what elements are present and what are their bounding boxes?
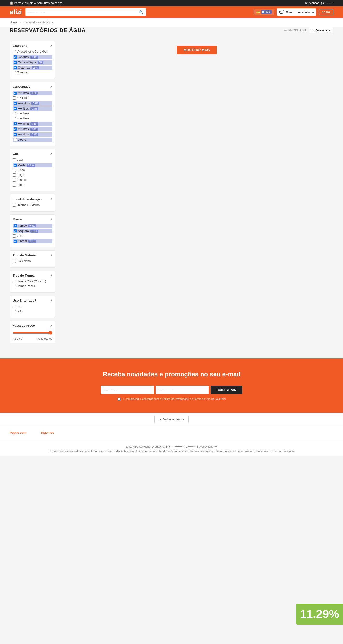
filter-cor-preto[interactable]: Preto (13, 183, 52, 187)
label-cap8[interactable]: •••• litros 0.9% (18, 133, 38, 136)
label-cap5[interactable]: •• •• litros (17, 116, 29, 120)
label-verde[interactable]: Verde 0.8% (18, 164, 35, 167)
label-tanques[interactable]: Tanques 0.8% (18, 56, 38, 59)
checkbox-cisternas[interactable] (14, 66, 17, 69)
newsletter-agree-checkbox[interactable] (117, 398, 121, 401)
checkbox-polietileno[interactable] (13, 260, 16, 263)
filter-item-highlighted[interactable]: Caixas d'água 8% (13, 60, 52, 64)
checkbox-cap4[interactable] (13, 112, 16, 115)
label-cap7[interactable]: •••• litros 0.8% (18, 128, 38, 131)
filter-marca-acqualia[interactable]: Acqualiã 0.3% (13, 229, 52, 233)
label-cap2[interactable]: ••••• litros 0.8% (18, 102, 39, 105)
filter-cor-bege[interactable]: Bege (13, 173, 52, 177)
checkbox-cap3[interactable] (14, 107, 17, 110)
label-fortlev[interactable]: Fortlev 0.0% (18, 224, 36, 228)
breadcrumb-home[interactable]: Home (10, 21, 17, 24)
checkbox-branco[interactable] (13, 178, 16, 182)
label-preto[interactable]: Preto (17, 183, 24, 187)
sort-button[interactable]: ≡ Relevância (309, 27, 333, 34)
price-slider[interactable] (13, 331, 52, 335)
checkbox-tampas[interactable] (13, 71, 16, 74)
checkbox-interno-externo[interactable] (13, 204, 16, 207)
filter-marca-fortlev[interactable]: Fortlev 0.0% (13, 224, 52, 228)
filter-item[interactable]: Tampas (13, 71, 52, 75)
filter-cap-9[interactable]: •••• litros 0.9% (13, 132, 52, 136)
filter-marca-fibrom[interactable]: Fibrom 0.0% (13, 239, 52, 243)
filter-cap-7[interactable]: •••• litros 0.8% (13, 122, 52, 126)
label-caixas[interactable]: Caixas d'água 8% (18, 61, 43, 64)
filter-cap-1[interactable]: •••• litros 08% (13, 91, 52, 95)
newsletter-submit-button[interactable]: CADASTRAR (211, 386, 242, 394)
label-fibrom[interactable]: Fibrom 0.0% (18, 240, 36, 243)
newsletter-name-input[interactable] (101, 386, 154, 394)
checkbox-cap1[interactable] (13, 96, 16, 100)
checkbox-cap6[interactable] (14, 122, 17, 125)
checkbox-cap0[interactable] (14, 92, 17, 95)
filter-cap-6[interactable]: •• •• litros (13, 116, 52, 120)
label-uso-nao[interactable]: Não (17, 310, 23, 314)
filter-local-item[interactable]: Interno e Externo (13, 203, 52, 207)
label-cinza[interactable]: Cinza (17, 168, 25, 172)
filter-uso-sim[interactable]: Sim (13, 305, 52, 309)
filter-cor-verde[interactable]: Verde 0.8% (13, 163, 52, 168)
checkbox-cap8[interactable] (14, 133, 17, 136)
checkbox-azul[interactable] (13, 158, 16, 162)
checkbox-tanques[interactable] (14, 56, 17, 58)
filter-tampa-click[interactable]: Tampa Click (Comum) (13, 280, 52, 284)
whatsapp-box[interactable]: 💬 Compre por whatsapp (277, 8, 316, 16)
label-tampas[interactable]: Tampas (17, 71, 28, 75)
checkbox-uso-nao[interactable] (13, 310, 16, 313)
checkbox-cinza[interactable] (13, 169, 16, 172)
checkbox-acqualia[interactable] (14, 229, 17, 232)
discount-badge[interactable]: 0.18% (319, 9, 333, 16)
filter-material-item[interactable]: Polietileno (13, 260, 52, 263)
label-acessorios[interactable]: Acessórios e Conexões (17, 50, 48, 54)
label-bege[interactable]: Bege (17, 173, 24, 177)
label-uso-sim[interactable]: Sim (17, 305, 23, 309)
filter-cap-5[interactable]: •• •• litros (13, 112, 52, 116)
checkbox-bege[interactable] (13, 174, 16, 176)
filter-cap-4[interactable]: •••• litros 0.8% (13, 106, 52, 111)
label-cap0[interactable]: •••• litros 08% (18, 91, 38, 95)
checkbox-uso-sim[interactable] (13, 305, 16, 308)
label-cap1[interactable]: •••• litros (17, 96, 28, 100)
logo[interactable]: efizi (10, 8, 22, 16)
checkbox-caixas[interactable] (14, 61, 17, 64)
label-branco[interactable]: Branco (17, 178, 27, 182)
label-tampa-rosca[interactable]: Tampa Rosca (17, 284, 35, 288)
label-polietileno[interactable]: Polietileno (17, 260, 31, 263)
label-afort[interactable]: Afort (17, 234, 23, 238)
checkbox-cap2[interactable] (14, 102, 17, 105)
filter-cor-cinza[interactable]: Cinza (13, 168, 52, 172)
checkbox-cap5[interactable] (13, 117, 16, 120)
label-tampa-click[interactable]: Tampa Click (Comum) (17, 280, 46, 284)
checkbox-cap7[interactable] (14, 128, 17, 130)
filter-cor-branco[interactable]: Branco (13, 178, 52, 182)
label-cisternas[interactable]: Cisternas 05% (18, 66, 39, 70)
search-button[interactable]: 🔍 (136, 8, 146, 16)
back-to-top-button[interactable]: ▲ Voltar ao início (154, 416, 189, 423)
checkbox-afort[interactable] (13, 234, 16, 238)
label-cap3[interactable]: •••• litros 0.8% (18, 107, 38, 110)
checkbox-verde[interactable] (14, 164, 17, 167)
filter-item-highlighted[interactable]: Tanques 0.8% (13, 55, 52, 59)
filter-tampa-rosca[interactable]: Tampa Rosca (13, 284, 52, 288)
label-azul[interactable]: Azul (17, 158, 23, 162)
checkbox-tampa-rosca[interactable] (13, 285, 16, 288)
mostrar-mais-button[interactable]: MOSTRAR MAIS (177, 46, 217, 54)
checkbox-tampa-click[interactable] (13, 280, 16, 283)
filter-uso-nao[interactable]: Não (13, 310, 52, 314)
label-acqualia[interactable]: Acqualiã 0.3% (18, 229, 38, 233)
filter-cap-8[interactable]: •••• litros 0.8% (13, 127, 52, 131)
label-cap6[interactable]: •••• litros 0.8% (18, 122, 38, 126)
filter-cap-3[interactable]: ••••• litros 0.8% (13, 101, 52, 106)
filter-cap-2[interactable]: •••• litros (13, 96, 52, 100)
search-input[interactable] (25, 8, 136, 16)
filter-cap-10[interactable]: 0.90% (13, 138, 52, 142)
newsletter-agree-label[interactable]: Li, compreendi e concordo com a Política… (122, 398, 226, 400)
filter-cor-azul[interactable]: Azul (13, 158, 52, 162)
filter-item-highlighted[interactable]: Cisternas 05% (13, 66, 52, 70)
checkbox-fortlev[interactable] (14, 224, 17, 227)
checkbox-acessorios[interactable] (13, 50, 16, 53)
checkbox-fibrom[interactable] (14, 240, 17, 243)
